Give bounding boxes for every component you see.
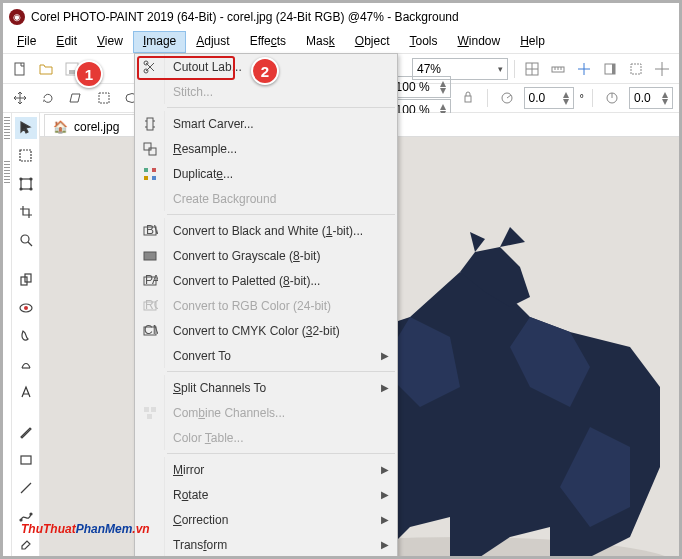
- svg-point-29: [21, 235, 29, 243]
- reset-rotation-icon[interactable]: [601, 87, 623, 109]
- svg-point-26: [30, 178, 32, 180]
- angle-input[interactable]: 0.0▴▾: [524, 87, 574, 109]
- svg-line-20: [507, 95, 511, 98]
- zoom-tool[interactable]: [15, 229, 37, 251]
- menu-create-background: Create Background: [135, 186, 397, 211]
- left-rail: [3, 113, 12, 556]
- svg-text:RGB: RGB: [145, 298, 158, 312]
- titlebar: ◉ Corel PHOTO-PAINT 2019 (64-Bit) - core…: [3, 3, 679, 31]
- document-tab[interactable]: 🏠 corel.jpg: [44, 114, 136, 136]
- submenu-arrow-icon: ▶: [381, 350, 389, 361]
- move-tool-icon[interactable]: [9, 87, 31, 109]
- menu-correction[interactable]: Correction▶: [135, 507, 397, 532]
- svg-rect-63: [144, 176, 148, 180]
- svg-rect-18: [465, 96, 471, 102]
- separator: [487, 89, 488, 107]
- menu-mask[interactable]: Mask: [296, 31, 345, 53]
- open-folder-button[interactable]: [35, 58, 57, 80]
- menu-convert-to[interactable]: Convert To▶: [135, 343, 397, 368]
- menu-combine-channels: Combine Channels...: [135, 400, 397, 425]
- mask-rect-tool[interactable]: [15, 145, 37, 167]
- watermark-part: ThuThuat: [21, 522, 76, 536]
- menu-object[interactable]: Object: [345, 31, 400, 53]
- menu-convert-cmyk[interactable]: CMYK Convert to CMYK Color (32-bit): [135, 318, 397, 343]
- brush-tool[interactable]: [15, 421, 37, 443]
- mask-transform-tool[interactable]: [15, 173, 37, 195]
- zoom-value: 47%: [417, 62, 441, 76]
- panel-icon[interactable]: [599, 58, 621, 80]
- skew-icon[interactable]: [65, 87, 87, 109]
- rail-dots: [4, 161, 10, 185]
- svg-rect-76: [147, 414, 152, 419]
- svg-rect-23: [20, 150, 31, 161]
- rotate-icon[interactable]: [37, 87, 59, 109]
- liquid-tool[interactable]: [15, 325, 37, 347]
- lock-ratio-icon[interactable]: [457, 87, 479, 109]
- svg-rect-17: [99, 93, 109, 103]
- app-icon: ◉: [9, 9, 25, 25]
- line-tool[interactable]: [15, 477, 37, 499]
- menu-mirror[interactable]: Mirror▶: [135, 457, 397, 482]
- dashed-rect-icon[interactable]: [625, 58, 647, 80]
- menu-convert-gray[interactable]: Convert to Grayscale (8-bit): [135, 243, 397, 268]
- menu-edit[interactable]: Edit: [46, 31, 87, 53]
- menu-duplicate[interactable]: Duplicate...: [135, 161, 397, 186]
- svg-text:BW: BW: [146, 223, 158, 237]
- ruler-icon[interactable]: [547, 58, 569, 80]
- toolbox: [12, 113, 40, 556]
- crosshair-icon[interactable]: [651, 58, 673, 80]
- clone-tool[interactable]: [15, 269, 37, 291]
- svg-point-25: [20, 178, 22, 180]
- menu-transform[interactable]: Transform▶: [135, 532, 397, 557]
- crop-tool[interactable]: [15, 201, 37, 223]
- svg-point-27: [20, 188, 22, 190]
- svg-rect-24: [21, 179, 31, 189]
- menu-image[interactable]: Image: [133, 31, 186, 53]
- svg-rect-75: [151, 407, 156, 412]
- home-icon: 🏠: [53, 120, 68, 134]
- effect-tool[interactable]: [15, 353, 37, 375]
- perspective-icon[interactable]: [93, 87, 115, 109]
- svg-rect-14: [631, 64, 641, 74]
- menu-tools[interactable]: Tools: [399, 31, 447, 53]
- menu-convert-rgb: RGB Convert to RGB Color (24-bit): [135, 293, 397, 318]
- svg-rect-61: [144, 168, 148, 172]
- menu-resample[interactable]: Resample...: [135, 136, 397, 161]
- menu-window[interactable]: Window: [448, 31, 511, 53]
- tab-label: corel.jpg: [74, 120, 119, 134]
- svg-line-37: [21, 483, 31, 493]
- annotation-callout-1: 1: [75, 60, 103, 88]
- watermark: ThuThuatPhanMem.vn: [21, 509, 150, 540]
- menu-effects[interactable]: Effects: [240, 31, 296, 53]
- watermark-part: .vn: [132, 522, 149, 536]
- menu-rotate[interactable]: Rotate▶: [135, 482, 397, 507]
- menu-smart-carver[interactable]: Smart Carver...: [135, 111, 397, 136]
- menu-file[interactable]: File: [7, 31, 46, 53]
- grid-icon[interactable]: [521, 58, 543, 80]
- svg-text:PAL: PAL: [145, 273, 158, 287]
- menu-color-table: Color Table...: [135, 425, 397, 450]
- svg-line-30: [28, 242, 32, 246]
- menu-convert-bw[interactable]: BW Convert to Black and White (1-bit)...: [135, 218, 397, 243]
- menu-split-channels[interactable]: Split Channels To▶: [135, 375, 397, 400]
- menu-view[interactable]: View: [87, 31, 133, 53]
- menu-label: Cutout Lab...: [173, 60, 242, 74]
- svg-rect-0: [15, 63, 24, 75]
- scale-x-input[interactable]: 100 %▴▾: [391, 76, 451, 98]
- rail-dots: [4, 117, 10, 141]
- menu-help[interactable]: Help: [510, 31, 555, 53]
- separator: [592, 89, 593, 107]
- new-doc-button[interactable]: [9, 58, 31, 80]
- angle2-input[interactable]: 0.0▴▾: [629, 87, 673, 109]
- redeye-tool[interactable]: [15, 297, 37, 319]
- window-title: Corel PHOTO-PAINT 2019 (64-Bit) - corel.…: [31, 10, 459, 24]
- menu-adjust[interactable]: Adjust: [186, 31, 239, 53]
- pick-tool[interactable]: [15, 117, 37, 139]
- guides-icon[interactable]: [573, 58, 595, 80]
- rotate-angle-icon[interactable]: [496, 87, 518, 109]
- svg-rect-60: [149, 148, 156, 155]
- text-tool[interactable]: [15, 381, 37, 403]
- menu-convert-pal[interactable]: PAL Convert to Paletted (8-bit)...: [135, 268, 397, 293]
- rectangle-tool[interactable]: [15, 449, 37, 471]
- svg-rect-54: [147, 118, 153, 130]
